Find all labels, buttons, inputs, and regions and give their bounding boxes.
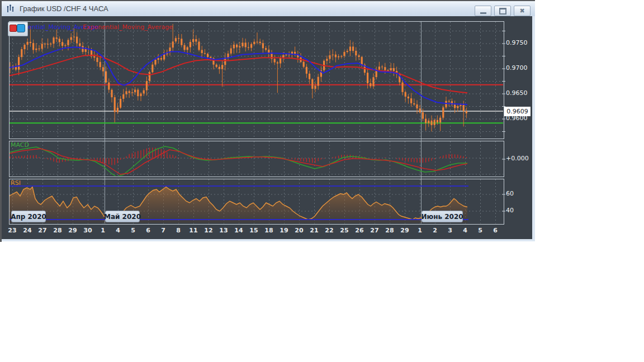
x-axis-label: 22 — [322, 227, 337, 234]
x-axis-label: 2 — [428, 227, 442, 234]
page: { "window": { "title": "График USD /CHF … — [0, 0, 644, 362]
price-axis-label: 0.9600 — [506, 115, 528, 122]
rsi-panel-label: RSI — [11, 179, 21, 187]
x-axis-label: 23 — [5, 227, 20, 234]
x-axis-label: 3 — [443, 227, 457, 234]
macd-axis-label: +0.000 — [506, 155, 529, 162]
x-axis-label: 1 — [96, 227, 110, 234]
x-axis-label: 30 — [80, 227, 95, 234]
x-axis-label: 25 — [337, 227, 352, 234]
x-axis-label: 21 — [307, 227, 321, 234]
price-axis-label: 0.9700 — [506, 64, 528, 72]
chart-canvas[interactable] — [0, 0, 536, 242]
legend-blue-swatch-button[interactable] — [17, 24, 25, 32]
month-marker: Май 2020 — [105, 211, 140, 222]
x-axis-label: 28 — [50, 227, 65, 234]
x-axis-label: 6 — [141, 227, 155, 234]
x-axis-label: 28 — [382, 227, 397, 234]
price-axis-label: 0.9650 — [506, 89, 528, 97]
x-axis-label: 4 — [111, 227, 125, 234]
chart-window: График USD /CHF 4 ЧАСА ✖ ential_Moving_A… — [0, 0, 536, 242]
legend-ma-slow-label: Exponential_Moving_Average — [83, 23, 173, 31]
x-axis-label: 5 — [126, 227, 140, 234]
x-axis-label: 8 — [171, 227, 186, 234]
x-axis-label: 4 — [458, 227, 472, 234]
x-axis-label: 29 — [65, 227, 80, 234]
x-axis-label: 11 — [186, 227, 201, 234]
rsi-axis-label: 40 — [506, 207, 514, 214]
x-axis-label: 12 — [201, 227, 216, 234]
x-axis-label: 27 — [367, 227, 382, 234]
x-axis-label: 20 — [292, 227, 306, 234]
x-axis-label: 27 — [35, 227, 50, 234]
legend-red-swatch-button[interactable] — [10, 25, 17, 32]
x-axis-label: 1 — [413, 227, 427, 234]
x-axis-label: 5 — [473, 227, 487, 234]
x-axis-label: 6 — [488, 227, 503, 234]
x-axis-label: 24 — [20, 227, 35, 234]
x-axis-label: 13 — [216, 227, 231, 234]
month-marker: Апр 2020 — [11, 211, 46, 222]
macd-panel-label: MACD — [11, 141, 29, 149]
x-axis-label: 29 — [397, 227, 412, 234]
rsi-axis-label: 60 — [506, 190, 514, 197]
x-axis-label: 15 — [247, 227, 261, 234]
x-axis-label: 14 — [231, 227, 246, 234]
x-axis-label: 19 — [277, 227, 291, 234]
x-axis-label: 7 — [156, 227, 171, 234]
x-axis-label: 26 — [352, 227, 367, 234]
month-marker: Июнь 2020 — [422, 211, 463, 222]
x-axis-label: 18 — [262, 227, 276, 234]
price-axis-label: 0.9750 — [506, 39, 528, 46]
